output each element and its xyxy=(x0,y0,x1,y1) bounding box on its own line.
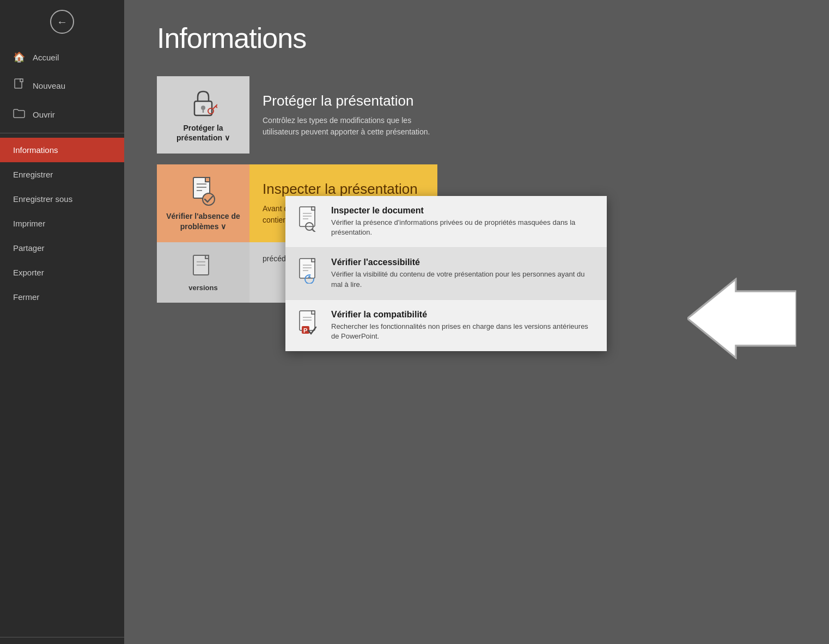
sidebar-item-label: Enregistrer sous xyxy=(13,194,72,204)
document-accessibility-icon xyxy=(296,257,322,284)
sidebar-item-label: Imprimer xyxy=(13,219,45,228)
page-title: Informations xyxy=(157,22,796,54)
dropdown-item-compatibilite-title: Vérifier la compatibilité xyxy=(331,310,596,320)
arrow-pointer-graphic xyxy=(687,278,796,359)
sidebar-item-label: Informations xyxy=(13,145,58,155)
svg-rect-9 xyxy=(205,177,210,182)
sidebar-item-label: Nouveau xyxy=(33,81,65,90)
svg-rect-33 xyxy=(312,311,315,314)
protect-button-label: Protéger la présentation ∨ xyxy=(162,123,244,143)
dropdown-item-accessibilite-desc: Vérifier la visibilité du contenu de vot… xyxy=(331,269,596,289)
dropdown-item-compatibilite[interactable]: P Vérifier la compatibilité Rechercher l… xyxy=(285,300,607,351)
back-circle[interactable]: ← xyxy=(50,10,74,34)
protect-description: Protéger la présentation Contrôlez les t… xyxy=(249,76,450,154)
dropdown-item-inspecter-desc: Vérifier la présence d'informations priv… xyxy=(331,218,596,237)
versions-button-label: versions xyxy=(188,284,217,292)
svg-text:P: P xyxy=(303,327,307,334)
dropdown-item-inspecter-title: Inspecter le document xyxy=(331,206,596,216)
sidebar-item-imprimer[interactable]: Imprimer xyxy=(0,211,124,236)
sidebar-item-label: Ouvrir xyxy=(33,110,55,119)
dropdown-item-compatibilite-desc: Rechercher les fonctionnalités non prise… xyxy=(331,322,596,341)
svg-marker-38 xyxy=(687,279,796,358)
inspect-problems-icon xyxy=(189,175,217,207)
new-file-icon xyxy=(13,78,25,93)
protect-card: Protéger la présentation ∨ Protéger la p… xyxy=(157,76,796,154)
sidebar-item-fermer[interactable]: Fermer xyxy=(0,285,124,309)
document-compat-icon: P xyxy=(296,310,322,336)
document-search-icon xyxy=(296,206,322,232)
versions-icon xyxy=(190,253,216,279)
lock-icon xyxy=(189,87,217,119)
sidebar-item-ouvrir[interactable]: Ouvrir xyxy=(0,101,124,128)
protect-title: Protéger la présentation xyxy=(263,93,437,109)
inspect-title: Inspecter la présentation xyxy=(263,181,418,198)
sidebar-item-label: Fermer xyxy=(13,292,39,302)
svg-rect-19 xyxy=(312,207,315,210)
sidebar-divider-bottom xyxy=(0,637,124,637)
back-button[interactable]: ← xyxy=(0,0,124,44)
svg-rect-15 xyxy=(205,255,209,259)
inspect-button-label: Vérifier l'absence de problèmes ∨ xyxy=(162,211,244,231)
sidebar-item-exporter[interactable]: Exporter xyxy=(0,260,124,285)
svg-rect-27 xyxy=(312,259,315,262)
svg-line-24 xyxy=(312,229,315,232)
sidebar-item-label: Accueil xyxy=(33,53,59,62)
sidebar: ← 🏠 Accueil Nouveau Ouvrir Informations … xyxy=(0,0,124,644)
dropdown-item-inspecter-text: Inspecter le document Vérifier la présen… xyxy=(331,206,596,237)
svg-rect-1 xyxy=(20,79,23,82)
svg-point-3 xyxy=(201,106,205,110)
sidebar-item-enregistrer-sous[interactable]: Enregistrer sous xyxy=(0,187,124,211)
dropdown-item-accessibilite[interactable]: Vérifier l'accessibilité Vérifier la vis… xyxy=(285,248,607,299)
dropdown-menu: Inspecter le document Vérifier la présen… xyxy=(285,196,607,351)
protect-button[interactable]: Protéger la présentation ∨ xyxy=(157,76,249,154)
inspect-problems-button[interactable]: Vérifier l'absence de problèmes ∨ xyxy=(157,164,249,242)
sidebar-item-label: Partager xyxy=(13,243,45,253)
protect-text: Contrôlez les types de modifications que… xyxy=(263,115,437,138)
dropdown-item-accessibilite-title: Vérifier l'accessibilité xyxy=(331,257,596,267)
sidebar-divider-top xyxy=(0,133,124,133)
sidebar-item-partager[interactable]: Partager xyxy=(0,236,124,260)
sidebar-item-accueil[interactable]: 🏠 Accueil xyxy=(0,44,124,71)
sidebar-item-label: Enregistrer xyxy=(13,170,53,179)
sidebar-item-enregistrer[interactable]: Enregistrer xyxy=(0,162,124,187)
svg-line-7 xyxy=(216,106,217,108)
dropdown-item-accessibilite-text: Vérifier l'accessibilité Vérifier la vis… xyxy=(331,257,596,289)
dropdown-item-inspecter[interactable]: Inspecter le document Vérifier la présen… xyxy=(285,196,607,248)
sidebar-item-informations[interactable]: Informations xyxy=(0,138,124,162)
folder-icon xyxy=(13,108,25,121)
sidebar-item-label: Exporter xyxy=(13,268,44,277)
sidebar-item-nouveau[interactable]: Nouveau xyxy=(0,71,124,101)
main-content: Informations Protéger la présentation ∨ … xyxy=(124,0,829,644)
dropdown-item-compatibilite-text: Vérifier la compatibilité Rechercher les… xyxy=(331,310,596,341)
home-icon: 🏠 xyxy=(13,51,25,63)
back-arrow-icon: ← xyxy=(57,16,68,27)
versions-button[interactable]: versions xyxy=(157,242,249,303)
